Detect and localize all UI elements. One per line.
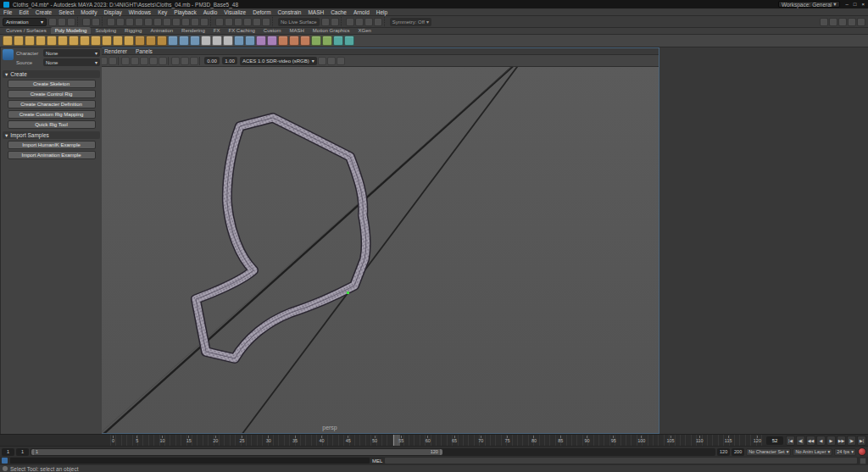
character-create-button[interactable]: Create Custom Rig Mapping: [8, 110, 96, 119]
redo-icon[interactable]: [92, 18, 100, 26]
boolean-difference-icon[interactable]: [289, 36, 299, 46]
viewport-menu-item[interactable]: Renderer: [100, 48, 131, 54]
shelf-tab-curves-surfaces[interactable]: Curves / Surfaces: [2, 27, 51, 34]
snap-to-curve-icon[interactable]: [225, 18, 233, 26]
xgen-guide-icon[interactable]: [333, 36, 343, 46]
step-back-one-frame-button[interactable]: ◀|: [796, 436, 805, 446]
character-create-button[interactable]: Create Character Definition: [8, 100, 96, 108]
construction-curves[interactable]: [98, 67, 522, 434]
step-forward-one-frame-button[interactable]: |▶: [847, 436, 856, 446]
frame-ticks[interactable]: 0 5 10 15 20 25 30 35 40 45 50 55: [110, 435, 763, 446]
render-settings-icon[interactable]: [374, 18, 382, 26]
divider[interactable]: [272, 17, 275, 26]
current-time-marker[interactable]: [393, 435, 400, 446]
shelf-tab-motion-graphics[interactable]: Motion Graphics: [309, 27, 354, 34]
mel-label[interactable]: MEL: [372, 458, 382, 464]
divider[interactable]: [199, 57, 202, 65]
workspace-selector[interactable]: Workspace: General ▾: [778, 1, 840, 8]
ultra-shape-icon[interactable]: [157, 36, 167, 46]
motion-blur-icon[interactable]: [327, 57, 336, 65]
import-sample-button[interactable]: Import Animation Example: [8, 151, 96, 159]
menu-item[interactable]: File: [0, 8, 15, 16]
window-control-button[interactable]: ×: [861, 0, 865, 8]
save-scene-icon[interactable]: [67, 18, 75, 26]
menu-item[interactable]: Help: [373, 8, 391, 16]
poly-soccer-ball-icon[interactable]: [91, 36, 101, 46]
xray-display-icon[interactable]: [181, 57, 189, 65]
select-deformations-mask-icon[interactable]: [172, 18, 181, 26]
poly-disc-icon[interactable]: [69, 36, 79, 46]
poly-plane-icon[interactable]: [58, 36, 68, 46]
character-create-button[interactable]: Create Skeleton: [8, 80, 96, 88]
shelf-tab-animation[interactable]: Animation: [146, 27, 177, 34]
shelf-tab-poly-modeling[interactable]: Poly Modeling: [51, 27, 92, 34]
humanik-toggle-icon[interactable]: [829, 18, 837, 26]
poly-cube-icon[interactable]: [14, 36, 24, 46]
character-create-button[interactable]: Quick Rig Tool: [8, 120, 96, 129]
menu-item[interactable]: Visualize: [220, 8, 249, 16]
wireframe-on-shaded-icon[interactable]: [190, 57, 198, 65]
multi-cut-icon[interactable]: [201, 36, 211, 46]
menu-item[interactable]: Modify: [77, 8, 100, 16]
go-to-playback-start-button[interactable]: |◀: [786, 436, 795, 446]
view-transform-dropdown[interactable]: ACES 1.0 SDR-video (sRGB) ▾: [240, 57, 317, 65]
extrude-icon[interactable]: [168, 36, 178, 46]
character-set-dropdown[interactable]: No Character Set ▾: [746, 448, 791, 456]
sculpt-mesh-brush-icon[interactable]: [311, 36, 321, 46]
animation-end-field[interactable]: 200: [732, 448, 744, 456]
shadows-toggle-icon[interactable]: [159, 57, 167, 65]
select-joints-mask-icon[interactable]: [144, 18, 153, 26]
select-component-mask-icon[interactable]: [125, 18, 134, 26]
open-scene-icon[interactable]: [58, 18, 66, 26]
shelf-tab-rendering[interactable]: Rendering: [177, 27, 209, 34]
make-live-icon[interactable]: [262, 18, 270, 26]
command-line-icon[interactable]: [2, 458, 8, 464]
snap-to-projected-center-icon[interactable]: [243, 18, 252, 26]
smooth-mesh-brush-icon[interactable]: [322, 36, 332, 46]
cloth-panel[interactable]: [196, 118, 366, 358]
menu-item[interactable]: Arnold: [350, 8, 373, 16]
ipr-render-icon[interactable]: [364, 18, 373, 26]
fps-dropdown[interactable]: 24 fps ▾: [834, 448, 856, 456]
separate-icon[interactable]: [245, 36, 255, 46]
snap-to-grid-icon[interactable]: [215, 18, 224, 26]
menu-set-selector[interactable]: Animation ▾: [3, 18, 47, 26]
isolate-select-icon[interactable]: [171, 57, 180, 65]
tool-settings-toggle-icon[interactable]: [848, 18, 856, 26]
script-editor-icon[interactable]: [860, 458, 866, 464]
snap-to-view-plane-icon[interactable]: [253, 18, 261, 26]
anti-aliasing-icon[interactable]: [337, 57, 345, 65]
wireframe-display-icon[interactable]: [121, 57, 130, 65]
select-hierarchy-mask-icon[interactable]: [107, 18, 115, 26]
undo-icon[interactable]: [82, 18, 91, 26]
combine-icon[interactable]: [234, 36, 244, 46]
super-ellipsoid-icon[interactable]: [135, 36, 145, 46]
auto-keyframe-toggle[interactable]: [858, 447, 866, 456]
step-forward-one-key-button[interactable]: ▶▶: [837, 436, 846, 446]
screen-space-ao-icon[interactable]: [318, 57, 326, 65]
play-forwards-button[interactable]: ▶: [826, 436, 836, 446]
new-scene-icon[interactable]: [48, 18, 57, 26]
select-surfaces-mask-icon[interactable]: [163, 18, 171, 26]
spherical-harmonics-icon[interactable]: [146, 36, 156, 46]
select-curves-mask-icon[interactable]: [153, 18, 162, 26]
range-slider-track[interactable]: 1 120: [31, 448, 715, 456]
platonic-solid-icon[interactable]: [102, 36, 112, 46]
select-rendering-mask-icon[interactable]: [191, 18, 199, 26]
construction-history-icon[interactable]: [331, 18, 339, 26]
divider[interactable]: [210, 17, 214, 26]
gamma-field[interactable]: 1.00: [222, 57, 237, 64]
menu-item[interactable]: Select: [55, 8, 77, 16]
menu-item[interactable]: Windows: [125, 8, 154, 16]
select-handles-mask-icon[interactable]: [135, 18, 143, 26]
character-selector-dropdown[interactable]: None ▾: [43, 58, 100, 66]
menu-item[interactable]: Audio: [200, 8, 221, 16]
interactive-groom-icon[interactable]: [344, 36, 354, 46]
shelf-tab-xgen[interactable]: XGen: [354, 27, 376, 34]
animation-start-field[interactable]: 1: [2, 448, 14, 456]
menu-item[interactable]: Constrain: [275, 8, 305, 16]
exposure-field[interactable]: 0.00: [204, 57, 220, 64]
live-surface-status[interactable]: No Live Surface: [278, 18, 320, 26]
playback-range-handle[interactable]: 1 120: [31, 449, 442, 455]
select-dynamics-mask-icon[interactable]: [181, 18, 190, 26]
